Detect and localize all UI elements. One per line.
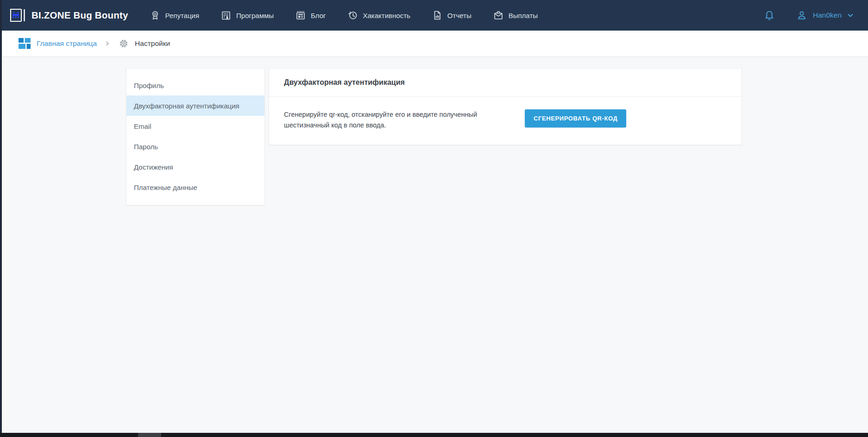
panel-header: Двухфакторная аутентификация bbox=[269, 69, 742, 97]
menu-item-label: Двухфакторная аутентификация bbox=[134, 102, 239, 110]
dashboard-icon bbox=[19, 38, 31, 49]
menu-item-label: Платежные данные bbox=[134, 184, 197, 191]
brand-title: BI.ZONE Bug Bounty bbox=[31, 10, 128, 21]
user-menu[interactable]: Han0ken bbox=[796, 9, 854, 21]
panel-title: Двухфакторная аутентификация bbox=[284, 78, 405, 87]
scrollbar-thumb[interactable] bbox=[138, 433, 161, 437]
settings-menu-item-payment-details[interactable]: Платежные данные bbox=[126, 177, 264, 197]
nav-item-blog[interactable]: Блог bbox=[295, 10, 326, 21]
navbar-right: Han0ken bbox=[763, 9, 854, 21]
settings-menu-item-achievements[interactable]: Достижения bbox=[126, 157, 264, 177]
chevron-right-icon bbox=[104, 40, 111, 47]
menu-item-label: Email bbox=[134, 122, 151, 130]
breadcrumb-current-label: Настройки bbox=[135, 39, 170, 48]
nav-item-reputation[interactable]: Репутация bbox=[150, 10, 199, 21]
window-left-edge bbox=[0, 0, 2, 437]
menu-item-label: Профиль bbox=[134, 82, 164, 89]
two-factor-description: Сгенерируйте qr-код, отсканируйте его и … bbox=[284, 109, 504, 131]
breadcrumb-home-label: Главная страница bbox=[37, 39, 97, 48]
brand-logo[interactable]: BI.ZONE Bug Bounty bbox=[9, 8, 128, 22]
nav-item-reports[interactable]: Отчеты bbox=[432, 10, 472, 21]
nav-item-hacktivity[interactable]: Хакактивность bbox=[347, 10, 410, 21]
payouts-bag-icon bbox=[493, 10, 504, 21]
generate-qr-button[interactable]: СГЕНЕРИРОВАТЬ QR-КОД bbox=[525, 109, 626, 127]
chevron-down-icon bbox=[847, 12, 854, 19]
notifications-button[interactable] bbox=[763, 9, 775, 21]
horizontal-scrollbar[interactable] bbox=[0, 433, 868, 437]
settings-menu-item-email[interactable]: Email bbox=[126, 116, 264, 136]
main-nav: Репутация Программы bbox=[150, 10, 538, 21]
user-icon bbox=[796, 9, 808, 21]
gear-icon bbox=[118, 38, 129, 49]
bell-icon bbox=[763, 9, 775, 21]
bizone-logo-icon bbox=[9, 8, 26, 22]
menu-item-label: Достижения bbox=[134, 163, 173, 171]
report-icon bbox=[432, 10, 443, 21]
settings-page: Профиль Двухфакторная аутентификация Ema… bbox=[126, 68, 742, 205]
breadcrumb: Главная страница Настройки bbox=[0, 31, 868, 57]
nav-item-label: Программы bbox=[236, 12, 274, 19]
settings-menu-item-profile[interactable]: Профиль bbox=[126, 75, 264, 95]
panel-body: Сгенерируйте qr-код, отсканируйте его и … bbox=[269, 97, 742, 145]
breadcrumb-current: Настройки bbox=[118, 38, 170, 49]
settings-menu-item-two-factor[interactable]: Двухфакторная аутентификация bbox=[126, 95, 264, 116]
nav-item-label: Выплаты bbox=[509, 12, 538, 19]
nav-item-label: Отчеты bbox=[447, 12, 472, 19]
nav-item-label: Хакактивность bbox=[363, 12, 410, 19]
nav-item-programs[interactable]: Программы bbox=[220, 10, 274, 21]
two-factor-panel: Двухфакторная аутентификация Сгенерируйт… bbox=[269, 68, 742, 145]
breadcrumb-home-link[interactable]: Главная страница bbox=[19, 38, 97, 49]
medal-icon bbox=[150, 10, 161, 21]
menu-item-label: Пароль bbox=[134, 143, 158, 151]
history-icon bbox=[347, 10, 359, 21]
settings-sidebar: Профиль Двухфакторная аутентификация Ema… bbox=[126, 68, 265, 205]
nav-item-label: Репутация bbox=[165, 12, 199, 19]
username: Han0ken bbox=[813, 11, 842, 19]
nav-item-payouts[interactable]: Выплаты bbox=[493, 10, 538, 21]
settings-menu-item-password[interactable]: Пароль bbox=[126, 136, 264, 157]
newspaper-icon bbox=[295, 10, 306, 21]
top-navbar: BI.ZONE Bug Bounty Репутация bbox=[0, 0, 868, 31]
building-icon bbox=[220, 10, 232, 21]
nav-item-label: Блог bbox=[311, 12, 326, 19]
